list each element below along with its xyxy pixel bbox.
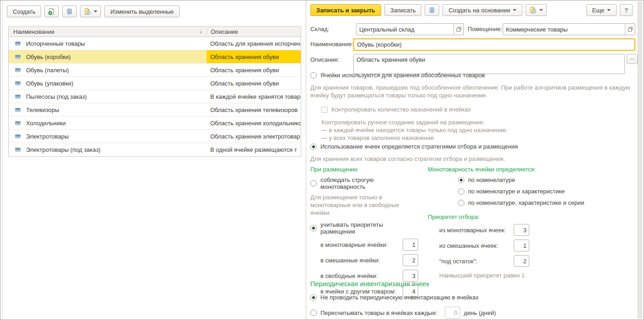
days-suffix-label: день (дней) — [464, 309, 496, 316]
option-label: Пересчитывать товары в ячейках каждые: — [320, 309, 437, 316]
create-button[interactable]: Создать — [7, 5, 41, 17]
placement-priority-row: в смешанные ячейки: — [310, 254, 418, 266]
selection-priority-list: из монотоварных ячеек: из смешанных ячее… — [428, 224, 529, 267]
priority-input[interactable] — [514, 240, 529, 251]
column-header-name[interactable]: Наименование ↓ — [9, 28, 207, 35]
option-recount-goods[interactable]: Пересчитывать товары в ячейках каждые: д… — [310, 307, 496, 319]
scrollbar[interactable] — [638, 1, 642, 319]
option-strict-monotovarnost[interactable]: соблюдать строгую монотоварность — [310, 176, 418, 190]
element-icon — [15, 68, 21, 72]
description-input[interactable]: Область хранения обуви — [353, 54, 625, 74]
open-icon[interactable] — [625, 24, 635, 35]
areas-table: Наименование ↓ Описание Испорченные това… — [8, 26, 301, 157]
room-field — [503, 23, 635, 35]
element-icon — [15, 108, 21, 112]
option-dedicated-goods[interactable]: Ячейки используются для хранения обособл… — [310, 72, 485, 79]
priority-label: в монотоварные ячейки: — [320, 241, 403, 248]
table-row[interactable]: Холодильники Область хранения холодильни… — [9, 117, 301, 130]
list-toolbar: Создать Изменить выделенные — [7, 5, 180, 17]
table-header: Наименование ↓ Описание — [9, 27, 301, 37]
history-button[interactable] — [526, 4, 547, 16]
priority-input[interactable] — [403, 254, 418, 266]
warehouse-label: Склад: — [310, 26, 329, 32]
chevron-down-icon — [513, 9, 516, 11]
table-row[interactable]: Испорченные товары Область для хранения … — [9, 37, 301, 50]
option-label: учитывать приоритеты размещения — [320, 221, 418, 235]
priority-input[interactable] — [403, 239, 418, 251]
control-note-line: Контролировать ручное создание заданий н… — [321, 118, 632, 126]
placement-priority-row: в монотоварные ячейки: — [310, 239, 418, 251]
edit-selected-button[interactable]: Изменить выделенные — [104, 5, 180, 17]
chevron-down-icon — [94, 11, 97, 12]
save-and-close-button[interactable]: Записать и закрыть — [310, 4, 381, 16]
radio-icon — [310, 225, 317, 231]
table-row[interactable]: Обувь (упаковки) Область хранения обуви — [9, 77, 301, 90]
control-note-line: — у всех товаров заполнено назначение. — [321, 134, 632, 142]
table-row[interactable]: Электротовары (под заказ) В одной ячейке… — [9, 143, 301, 156]
save-button[interactable]: Записать — [384, 4, 422, 16]
warehouse-areas-window: Создать Изменить выделенные — [0, 0, 644, 320]
priority-input[interactable] — [514, 255, 529, 267]
row-description: Область хранения холодильнико — [210, 120, 301, 127]
option-placement-priorities[interactable]: учитывать приоритеты размещения — [310, 221, 418, 235]
name-field — [353, 38, 635, 51]
row-name: Электротовары (под заказ) — [26, 146, 101, 153]
list-view-button[interactable] — [425, 4, 439, 16]
history-icon — [529, 6, 537, 14]
radio-icon — [458, 200, 464, 206]
list-view-button[interactable] — [62, 5, 77, 17]
more-label: Еще — [592, 7, 604, 14]
form-toolbar: Записать и закрыть Записать Создать на о… — [310, 4, 633, 16]
monotovarnost-option[interactable]: по номенклатуре, характеристике и серии — [458, 199, 643, 206]
strict-note: Для размещения только в монотоварные или… — [310, 193, 418, 217]
row-description: Область хранения обуви — [210, 67, 279, 74]
monotovarnost-option[interactable]: по номенклатуре — [458, 176, 643, 183]
inventory-header: Периодическая инвентаризация ячеек — [310, 280, 429, 288]
placement-header: При размещении — [310, 166, 418, 173]
open-icon[interactable] — [453, 24, 463, 35]
warehouse-input[interactable] — [357, 24, 453, 35]
priority-label: в смешанные ячейки: — [320, 257, 403, 264]
priority-input[interactable] — [514, 224, 529, 236]
priority-label: в свободные ячейки: — [320, 272, 403, 279]
radio-icon — [458, 188, 464, 195]
selection-priority-row: из монотоварных ячеек: — [428, 224, 529, 236]
room-label: Помещение: — [468, 26, 502, 32]
radio-icon — [310, 294, 317, 301]
priority-label: из монотоварных ячеек: — [439, 227, 514, 234]
selection-priority-row: из смешанных ячеек: — [428, 240, 529, 251]
chevron-down-icon — [607, 9, 611, 11]
monotovarnost-option[interactable]: по номенклатуре и характеристике — [458, 188, 643, 195]
radio-icon — [310, 72, 317, 79]
chevron-down-icon — [539, 9, 543, 11]
placement-column: При размещении соблюдать строгую монотов… — [310, 166, 418, 297]
column-name-label: Наименование — [13, 28, 54, 35]
create-group-button[interactable] — [44, 5, 59, 17]
sort-desc-icon: ↓ — [199, 28, 202, 35]
create-new-icon — [48, 8, 55, 15]
table-row[interactable]: Обувь (палеты) Область хранения обуви — [9, 64, 301, 77]
help-button[interactable]: ? — [620, 4, 633, 16]
room-input[interactable] — [503, 24, 625, 35]
create-based-on-button[interactable]: Создать на основании — [442, 4, 522, 16]
option-strategy-usage[interactable]: Использование ячеек определяется стратег… — [310, 143, 518, 150]
option-label: по номенклатуре, характеристике и серии — [468, 199, 584, 206]
description-more-button[interactable]: ... — [627, 54, 638, 64]
table-row[interactable]: Обувь (коробки) Область хранения обуви — [9, 50, 301, 64]
placement-priority-list: в монотоварные ячейки: в смешанные ячейк… — [310, 239, 418, 297]
more-button[interactable]: Еще — [586, 4, 617, 16]
column-header-description[interactable]: Описание — [207, 28, 301, 35]
name-input[interactable] — [354, 39, 634, 50]
option-label: Не проводить периодическую инвентаризаци… — [320, 294, 479, 301]
name-label: Наименование: — [310, 41, 353, 48]
option-no-inventory[interactable]: Не проводить периодическую инвентаризаци… — [310, 294, 479, 301]
table-row[interactable]: Электротовары Область хранения электрото… — [9, 130, 301, 143]
history-button[interactable] — [80, 5, 101, 17]
control-note-line: — в каждой ячейке находятся товары тольк… — [321, 126, 632, 134]
recount-days-input[interactable] — [445, 307, 460, 319]
checkbox-icon — [321, 107, 328, 113]
table-row[interactable]: Пылесосы (под заказ) В каждой ячейке хра… — [9, 90, 301, 103]
control-assignments-checkbox[interactable]: Контролировать количество назначений в я… — [321, 106, 471, 113]
panel-splitter[interactable] — [306, 0, 306, 320]
table-row[interactable]: Телевизоры Область хранения телевизоров — [9, 103, 301, 117]
